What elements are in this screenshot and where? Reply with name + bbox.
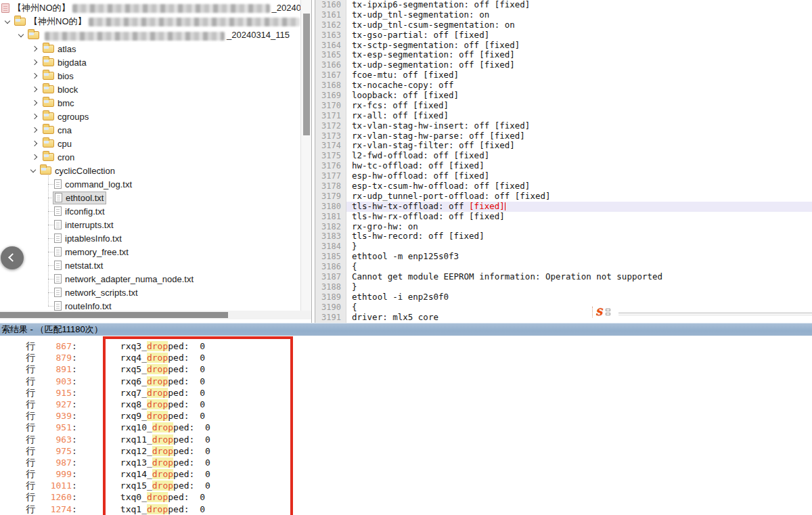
- search-result-row[interactable]: 行915:rxq7_dropped: 0: [0, 387, 812, 399]
- tree-item-cyclicCollection[interactable]: cyclicCollection: [0, 164, 300, 177]
- code-line[interactable]: 3168tx-nocache-copy: off: [315, 81, 812, 91]
- code-line[interactable]: 3188}: [315, 282, 812, 292]
- scrollbar-thumb[interactable]: [303, 14, 310, 135]
- tree-item-cgroups[interactable]: cgroups: [0, 110, 300, 123]
- code-line[interactable]: 3190{: [315, 303, 812, 313]
- tree-item-archive-root[interactable]: 【神州NO的】_20240: [0, 1, 300, 15]
- tree-item-netstat.txt[interactable]: netstat.txt: [0, 259, 300, 272]
- search-result-row[interactable]: 行867:rxq3_dropped: 0: [0, 340, 812, 352]
- tree-item-cpu[interactable]: cpu: [0, 137, 300, 150]
- chevron-down-icon[interactable]: [30, 166, 36, 172]
- code-line[interactable]: 3166tx-udp-segmentation: off [fixed]: [315, 60, 812, 70]
- tree-item-routeInfo.txt[interactable]: routeInfo.txt: [0, 299, 300, 311]
- search-result-row[interactable]: 行1274:txq1_dropped: 0: [0, 503, 812, 515]
- tree-item-block[interactable]: block: [0, 83, 300, 96]
- code-line[interactable]: 3169loopback: off [fixed]: [315, 91, 812, 101]
- tree-item-cna[interactable]: cna: [0, 123, 300, 137]
- chevron-right-icon[interactable]: [32, 100, 37, 106]
- splitter-handle[interactable]: S: [590, 307, 612, 317]
- code-line[interactable]: 3185ethtool -m enp125s0f3: [315, 252, 812, 262]
- tree-item-interrupts.txt[interactable]: interrupts.txt: [0, 218, 300, 231]
- search-result-row[interactable]: 行987:rxq13_dropped: 0: [0, 457, 812, 468]
- code-line[interactable]: 3164tx-sctp-segmentation: off [fixed]: [315, 41, 812, 51]
- code-line[interactable]: 3170rx-fcs: off [fixed]: [315, 101, 812, 111]
- chevron-right-icon[interactable]: [32, 114, 37, 119]
- chevron-right-icon[interactable]: [32, 87, 37, 92]
- search-result-row[interactable]: 行879:rxq4_dropped: 0: [0, 352, 812, 363]
- code-line[interactable]: 3160tx-ipxip6-segmentation: off [fixed]: [315, 0, 812, 10]
- search-result-row[interactable]: 行927:rxq8_dropped: 0: [0, 399, 812, 410]
- code-line[interactable]: 3184}: [315, 242, 812, 252]
- code-line[interactable]: 3182rx-gro-hw: on: [315, 222, 812, 232]
- chevron-right-icon[interactable]: [32, 73, 37, 79]
- chevron-right-icon[interactable]: [32, 46, 37, 51]
- tree-item-network_scripts.txt[interactable]: network_scripts.txt: [0, 286, 300, 299]
- code-line[interactable]: 3176hw-tc-offload: off [fixed]: [315, 161, 812, 171]
- tree-item-bmc[interactable]: bmc: [0, 96, 300, 110]
- code-line[interactable]: 3167fcoe-mtu: off [fixed]: [315, 70, 812, 81]
- code-line[interactable]: 3162tx-udp_tnl-csum-segmentation: on: [315, 20, 812, 30]
- search-result-row[interactable]: 行939:rxq9_dropped: 0: [0, 410, 812, 422]
- code-line[interactable]: 3173rx-vlan-stag-hw-parse: off [fixed]: [315, 131, 812, 141]
- tree-item-bigdata[interactable]: bigdata: [0, 55, 300, 69]
- chevron-down-icon[interactable]: [5, 18, 10, 23]
- tree-horizontal-scrollbar[interactable]: [0, 311, 311, 319]
- tree-vertical-scrollbar[interactable]: [300, 0, 311, 311]
- tree-item-atlas[interactable]: atlas: [0, 42, 300, 55]
- code-line[interactable]: 3161tx-udp_tnl-segmentation: on: [315, 10, 812, 20]
- line-label: 行: [26, 434, 37, 445]
- result-text-pre: txq0_: [120, 492, 147, 502]
- tree-item-ethtool.txt[interactable]: ethtool.txt: [0, 191, 300, 204]
- tree-item-iptablesInfo.txt[interactable]: iptablesInfo.txt: [0, 231, 300, 245]
- line-label: 行: [26, 340, 37, 352]
- chevron-down-icon[interactable]: [18, 31, 24, 37]
- code-line[interactable]: 3171rx-all: off [fixed]: [315, 111, 812, 121]
- code-line[interactable]: 3177esp-hw-offload: off [fixed]: [315, 171, 812, 181]
- search-result-row[interactable]: 行963:rxq11_dropped: 0: [0, 434, 812, 445]
- result-text-post: ped: 0: [173, 469, 210, 479]
- search-result-row[interactable]: 行891:rxq5_dropped: 0: [0, 363, 812, 375]
- search-result-row[interactable]: 行951:rxq10_dropped: 0: [0, 422, 812, 433]
- code-line[interactable]: 3163tx-gso-partial: off [fixed]: [315, 30, 812, 41]
- result-text-pre: rxq15_: [120, 480, 152, 491]
- collapse-sidebar-button[interactable]: [1, 246, 24, 269]
- code-line[interactable]: 3172tx-vlan-stag-hw-insert: off [fixed]: [315, 121, 812, 131]
- tree-item-bios[interactable]: bios: [0, 69, 300, 83]
- tree-item-command_log.txt[interactable]: command_log.txt: [0, 177, 300, 191]
- tree-item-network_adapter_numa_node.txt[interactable]: network_adapter_numa_node.txt: [0, 272, 300, 286]
- search-result-row[interactable]: 行975:rxq12_dropped: 0: [0, 445, 812, 457]
- line-number: 3182: [315, 222, 346, 232]
- chevron-right-icon[interactable]: [32, 141, 37, 146]
- tree-item-cron[interactable]: cron: [0, 150, 300, 164]
- line-number: 3173: [315, 131, 346, 141]
- line-text: tls-hw-record: off [fixed]: [346, 231, 484, 242]
- file-icon: [54, 206, 62, 216]
- code-line[interactable]: 3187Cannot get module EEPROM information…: [315, 272, 812, 282]
- code-line[interactable]: 3183tls-hw-record: off [fixed]: [315, 231, 812, 242]
- tree-item-memory_free.txt[interactable]: memory_free.txt: [0, 245, 300, 259]
- match-highlight: drop: [152, 480, 173, 491]
- code-line[interactable]: 3179rx-udp_tunnel-port-offload: off [fix…: [315, 192, 812, 202]
- code-line[interactable]: 3181tls-hw-rx-offload: off [fixed]: [315, 212, 812, 222]
- tree-item-ifconfig.txt[interactable]: ifconfig.txt: [0, 204, 300, 218]
- code-line[interactable]: 3189ethtool -i enp2s0f0: [315, 292, 812, 303]
- code-line[interactable]: 3175l2-fwd-offload: off [fixed]: [315, 151, 812, 161]
- search-result-row[interactable]: 行999:rxq14_dropped: 0: [0, 468, 812, 480]
- search-result-row[interactable]: 行1260:txq0_dropped: 0: [0, 491, 812, 503]
- text-viewer-panel[interactable]: 3160tx-ipxip6-segmentation: off [fixed]3…: [315, 0, 812, 323]
- tree-item-folder-shenzhou[interactable]: 【神州NO的】: [0, 15, 300, 28]
- search-result-row[interactable]: 行1011:rxq15_dropped: 0: [0, 480, 812, 491]
- tree-item-folder-collection[interactable]: _20240314_115: [0, 28, 300, 42]
- code-line[interactable]: 3180tls-hw-tx-offload: off [fixed]: [315, 202, 812, 212]
- scrollbar-thumb[interactable]: [0, 312, 228, 318]
- search-result-row[interactable]: 行903:rxq6_dropped: 0: [0, 376, 812, 387]
- file-icon: [54, 301, 62, 311]
- chevron-right-icon[interactable]: [32, 127, 37, 133]
- code-line[interactable]: 3178esp-tx-csum-hw-offload: off [fixed]: [315, 181, 812, 192]
- code-line[interactable]: 3186{: [315, 262, 812, 272]
- code-line[interactable]: 3174rx-vlan-stag-filter: off [fixed]: [315, 141, 812, 151]
- code-line[interactable]: 3165tx-esp-segmentation: off [fixed]: [315, 50, 812, 60]
- results-splitter-bar[interactable]: [0, 323, 812, 336]
- chevron-right-icon[interactable]: [32, 60, 37, 65]
- chevron-right-icon[interactable]: [32, 154, 37, 160]
